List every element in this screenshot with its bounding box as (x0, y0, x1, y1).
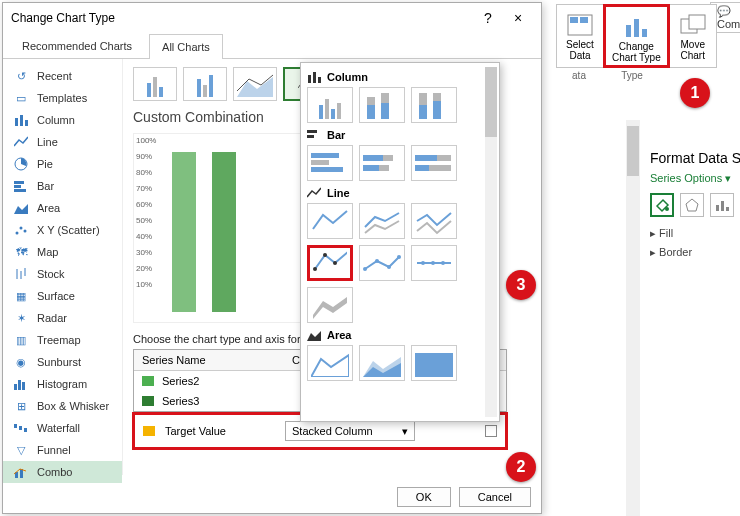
pick-stacked-bar[interactable] (359, 145, 405, 181)
series-options-dropdown[interactable]: Series Options ▾ (650, 172, 736, 185)
cancel-button[interactable]: Cancel (459, 487, 531, 507)
pick-3d-line[interactable] (307, 287, 353, 323)
swatch-icon (143, 426, 155, 436)
svg-rect-23 (308, 75, 311, 83)
chart-type-picker: Column Bar Line Area (300, 62, 500, 422)
stock-icon (13, 267, 29, 281)
pentagon-icon (684, 197, 700, 213)
change-chart-icon (619, 11, 653, 39)
svg-point-9 (20, 227, 23, 230)
svg-rect-24 (313, 72, 316, 83)
ribbon-group-type-label: Type (602, 70, 662, 81)
line-icon (307, 187, 321, 199)
fill-line-tab[interactable] (650, 193, 674, 217)
combo-subtype-3[interactable] (233, 67, 277, 101)
nav-surface[interactable]: ▦Surface (3, 285, 122, 307)
expander-fill[interactable]: ▸ Fill (650, 227, 736, 240)
nav-line[interactable]: Line (3, 131, 122, 153)
svg-rect-46 (429, 165, 451, 171)
nav-combo[interactable]: Combo (3, 461, 122, 483)
svg-rect-27 (367, 97, 375, 105)
secondary-axis-checkbox[interactable] (485, 425, 497, 437)
svg-rect-19 (24, 428, 27, 432)
nav-funnel[interactable]: ▽Funnel (3, 439, 122, 461)
pick-stacked-line-markers[interactable] (359, 245, 405, 281)
svg-rect-66 (570, 17, 578, 23)
nav-area[interactable]: Area (3, 197, 122, 219)
series-options-tab[interactable] (710, 193, 734, 217)
svg-marker-74 (686, 199, 698, 211)
nav-stock[interactable]: Stock (3, 263, 122, 285)
picker-scrollbar-thumb[interactable] (485, 67, 497, 137)
nav-column[interactable]: Column (3, 109, 122, 131)
nav-waterfall[interactable]: Waterfall (3, 417, 122, 439)
format-title: Format Data S (650, 150, 736, 166)
pick-stacked-column[interactable] (359, 87, 405, 123)
ribbon-chart-group: Select Data Change Chart Type Move Chart… (556, 4, 717, 81)
nav-recent[interactable]: ↺Recent (3, 65, 122, 87)
histogram-icon (13, 377, 29, 391)
help-button[interactable]: ? (473, 10, 503, 26)
pick-100pct-bar[interactable] (411, 145, 457, 181)
ribbon-change-chart-type[interactable]: Change Chart Type (603, 4, 670, 68)
combo-subtype-2[interactable] (183, 67, 227, 101)
effects-tab[interactable] (680, 193, 704, 217)
pick-100pct-area[interactable] (411, 345, 457, 381)
ribbon-move-chart[interactable]: Move Chart (670, 4, 717, 68)
surface-icon: ▦ (13, 289, 29, 303)
svg-rect-76 (721, 201, 724, 211)
tab-recommended[interactable]: Recommended Charts (9, 33, 145, 58)
nav-sunburst[interactable]: ◉Sunburst (3, 351, 122, 373)
pick-area[interactable] (307, 345, 353, 381)
combo-subtype-1[interactable] (133, 67, 177, 101)
line-icon (13, 135, 29, 149)
nav-boxwhisker[interactable]: ⊞Box & Whisker (3, 395, 122, 417)
ribbon-group-data-label: ata (556, 70, 602, 81)
area-icon (307, 329, 321, 341)
ok-button[interactable]: OK (397, 487, 451, 507)
pick-clustered-bar[interactable] (307, 145, 353, 181)
svg-rect-75 (716, 205, 719, 211)
nav-bar[interactable]: Bar (3, 175, 122, 197)
paint-bucket-icon (654, 197, 670, 213)
nav-histogram[interactable]: Histogram (3, 373, 122, 395)
expander-border[interactable]: ▸ Border (650, 246, 736, 259)
svg-point-8 (16, 232, 19, 235)
chevron-down-icon: ▾ (402, 425, 408, 438)
pick-line-markers[interactable] (307, 245, 353, 281)
target-chart-type-dropdown[interactable]: Stacked Column ▾ (285, 421, 415, 441)
nav-templates[interactable]: ▭Templates (3, 87, 122, 109)
chevron-down-icon: ▾ (725, 172, 731, 184)
nav-scatter[interactable]: X Y (Scatter) (3, 219, 122, 241)
titlebar: Change Chart Type ? × (3, 3, 541, 33)
nav-treemap[interactable]: ▥Treemap (3, 329, 122, 351)
nav-pie[interactable]: Pie (3, 153, 122, 175)
combo-preview: 100% 90% 80% 70% 60% 50% 40% 30% 20% 10% (133, 133, 303, 323)
worksheet-scrollbar[interactable] (626, 120, 640, 516)
ribbon-select-data[interactable]: Select Data (556, 4, 603, 68)
svg-marker-61 (311, 355, 349, 377)
svg-point-56 (421, 261, 425, 265)
waterfall-icon (13, 421, 29, 435)
svg-rect-38 (311, 167, 343, 172)
close-button[interactable]: × (503, 10, 533, 26)
area-icon (13, 201, 29, 215)
pick-100pct-column[interactable] (411, 87, 457, 123)
svg-rect-72 (689, 15, 705, 29)
pick-stacked-area[interactable] (359, 345, 405, 381)
pick-100pct-line-markers[interactable] (411, 245, 457, 281)
svg-rect-2 (25, 120, 28, 126)
tab-all-charts[interactable]: All Charts (149, 34, 223, 59)
pick-clustered-column[interactable] (307, 87, 353, 123)
svg-rect-40 (383, 155, 393, 161)
svg-rect-6 (14, 189, 26, 192)
svg-point-10 (24, 230, 27, 233)
nav-map[interactable]: 🗺Map (3, 241, 122, 263)
pick-line[interactable] (307, 203, 353, 239)
nav-radar[interactable]: ✶Radar (3, 307, 122, 329)
boxwhisker-icon: ⊞ (13, 399, 29, 413)
pick-stacked-line[interactable] (359, 203, 405, 239)
pick-100pct-line[interactable] (411, 203, 457, 239)
svg-marker-7 (14, 204, 28, 214)
step-badge-2: 2 (506, 452, 536, 482)
